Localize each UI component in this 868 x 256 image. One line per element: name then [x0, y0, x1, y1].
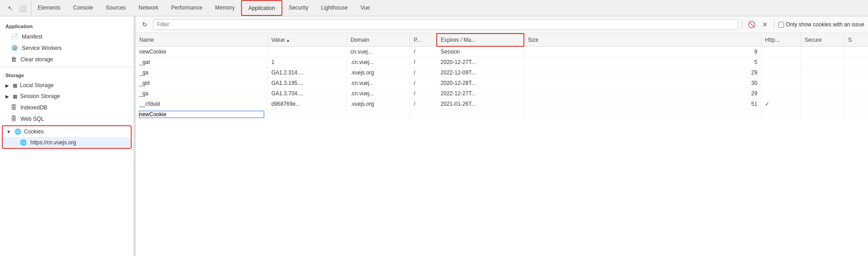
cell-expires-6[interactable] [437, 109, 524, 120]
cell-size-1[interactable]: 5 [524, 57, 761, 68]
tab-elements[interactable]: Elements [31, 0, 67, 16]
cell-http-3[interactable] [761, 78, 801, 89]
sidebar-local-storage-group[interactable]: ▶ ▦ Local Storage [0, 80, 133, 91]
cell-path-2[interactable]: / [410, 68, 437, 78]
cell-size-6[interactable] [524, 109, 761, 120]
cell-name-2[interactable]: _ga [136, 68, 267, 78]
cell-value-5[interactable]: d968769e... [267, 99, 346, 109]
cell-expires-4[interactable]: 2022-12-27T... [437, 89, 524, 99]
cell-size-2[interactable]: 29 [524, 68, 761, 78]
cell-domain-0[interactable]: cn.vuej... [346, 46, 409, 57]
tab-security[interactable]: Security [282, 0, 315, 16]
cell-extra-0[interactable] [844, 46, 868, 57]
cell-http-0[interactable] [761, 46, 801, 57]
cell-value-4[interactable]: GA1.3.704.... [267, 89, 346, 99]
tab-console[interactable]: Console [67, 0, 99, 16]
cell-value-1[interactable]: 1 [267, 57, 346, 68]
cell-path-3[interactable]: / [410, 78, 437, 89]
cell-domain-3[interactable]: .cn.vuej... [346, 78, 409, 89]
tab-application[interactable]: Application [241, 0, 282, 16]
cell-path-4[interactable]: / [410, 89, 437, 99]
filter-input[interactable] [153, 19, 738, 30]
cell-http-1[interactable] [761, 57, 801, 68]
cell-http-2[interactable] [761, 68, 801, 78]
cell-name-5[interactable]: __cfduid [136, 99, 267, 109]
col-header-http[interactable]: Http... [761, 34, 801, 46]
cell-size-5[interactable]: 51 [524, 99, 761, 109]
col-header-domain[interactable]: Domain [346, 34, 409, 46]
cell-name-6[interactable] [136, 109, 267, 120]
cell-size-3[interactable]: 30 [524, 78, 761, 89]
cell-secure-2[interactable] [801, 68, 844, 78]
cursor-tool-btn[interactable]: ↖ [5, 3, 15, 13]
tab-lighthouse[interactable]: Lighthouse [315, 0, 354, 16]
refresh-btn[interactable]: ↻ [139, 19, 150, 30]
cell-extra-2[interactable] [844, 68, 868, 78]
cell-expires-3[interactable]: 2020-12-28T... [437, 78, 524, 89]
sidebar-cookies-url[interactable]: 🌐 https://cn.vuejs.org [3, 137, 131, 148]
cell-name-0[interactable]: newCookie [136, 46, 267, 57]
col-header-size[interactable]: Size [524, 34, 761, 46]
tab-network[interactable]: Network [132, 0, 165, 16]
cell-extra-1[interactable] [844, 57, 868, 68]
sidebar-session-storage-group[interactable]: ▶ ▦ Session Storage [0, 91, 133, 102]
cell-value-3[interactable]: GA1.3.195.... [267, 78, 346, 89]
col-header-path[interactable]: P... [410, 34, 437, 46]
cell-extra-6[interactable] [844, 109, 868, 120]
cell-path-1[interactable]: / [410, 57, 437, 68]
sidebar-cookies-group-header[interactable]: ▼ 🌐 Cookies [3, 126, 131, 137]
device-toggle-btn[interactable]: ⬜ [17, 3, 27, 13]
sidebar-web-sql[interactable]: 🗄 Web SQL [0, 113, 133, 124]
tab-sources[interactable]: Sources [99, 0, 132, 16]
cookie-name-edit-input[interactable] [139, 111, 264, 118]
cell-expires-5[interactable]: 2021-01-26T... [437, 99, 524, 109]
cell-secure-6[interactable] [801, 109, 844, 120]
tab-vue[interactable]: Vue [354, 0, 376, 16]
col-header-secure[interactable]: Secure [801, 34, 844, 46]
sidebar-item-clear-storage[interactable]: 🗑 Clear storage [0, 54, 133, 65]
cell-expires-0[interactable]: Session [437, 46, 524, 57]
cell-extra-3[interactable] [844, 78, 868, 89]
cell-size-0[interactable]: 9 [524, 46, 761, 57]
sidebar-indexeddb[interactable]: 🗄 IndexedDB [0, 102, 133, 113]
cell-http-4[interactable] [761, 89, 801, 99]
delete-btn[interactable]: ✕ [760, 19, 770, 30]
cell-extra-5[interactable] [844, 99, 868, 109]
cell-value-2[interactable]: GA1.2.314.... [267, 68, 346, 78]
cell-expires-2[interactable]: 2022-12-09T... [437, 68, 524, 78]
col-header-expires[interactable]: Expires / Ma... [437, 34, 524, 46]
cell-path-6[interactable] [410, 109, 437, 120]
cell-domain-6[interactable] [346, 109, 409, 120]
cell-http-5[interactable]: ✓ [761, 99, 801, 109]
cell-expires-1[interactable]: 2020-12-27T... [437, 57, 524, 68]
only-issues-checkbox[interactable] [778, 22, 784, 28]
sidebar-item-manifest[interactable]: 📄 Manifest [0, 31, 133, 42]
cell-domain-2[interactable]: .vuejs.org [346, 68, 409, 78]
tab-memory[interactable]: Memory [209, 0, 241, 16]
cell-http-6[interactable] [761, 109, 801, 120]
tab-performance[interactable]: Performance [165, 0, 209, 16]
cell-name-1[interactable]: _gat [136, 57, 267, 68]
col-header-name[interactable]: Name [136, 34, 267, 46]
cell-domain-4[interactable]: .cn.vuej... [346, 89, 409, 99]
col-header-value[interactable]: Value [267, 34, 346, 46]
only-issues-label[interactable]: Only show cookies with an issue [778, 21, 864, 28]
cell-secure-1[interactable] [801, 57, 844, 68]
cell-name-3[interactable]: _gid [136, 78, 267, 89]
col-header-extra[interactable]: S [844, 34, 868, 46]
cell-size-4[interactable]: 29 [524, 89, 761, 99]
cell-domain-5[interactable]: .vuejs.org [346, 99, 409, 109]
cell-extra-4[interactable] [844, 89, 868, 99]
sidebar-item-service-workers[interactable]: ⚙️ Service Workers [0, 42, 133, 54]
cell-path-5[interactable]: / [410, 99, 437, 109]
clear-btn[interactable]: 🚫 [746, 19, 757, 30]
cell-name-4[interactable]: _ga [136, 89, 267, 99]
cell-value-0[interactable] [267, 46, 346, 57]
cell-secure-4[interactable] [801, 89, 844, 99]
cell-domain-1[interactable]: .cn.vuej... [346, 57, 409, 68]
cell-secure-5[interactable] [801, 99, 844, 109]
cell-value-6[interactable] [267, 109, 346, 120]
cell-secure-3[interactable] [801, 78, 844, 89]
cell-path-0[interactable]: / [410, 46, 437, 57]
cell-secure-0[interactable] [801, 46, 844, 57]
